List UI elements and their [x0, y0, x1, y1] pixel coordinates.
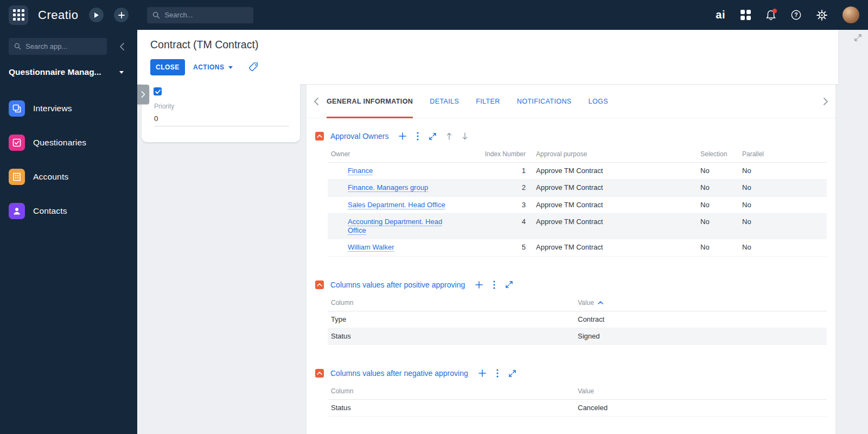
copilot-button[interactable]: ai — [716, 9, 725, 21]
chevron-down-icon — [228, 66, 233, 69]
chevron-right-icon — [141, 91, 145, 98]
column-header-parallel[interactable]: Parallel — [742, 150, 827, 158]
table-row[interactable]: Accounting Department. Head Office 4 App… — [328, 214, 827, 240]
owner-link[interactable]: Sales Department. Head Office — [348, 201, 445, 209]
workspace-selector[interactable]: Questionnaire Manag... — [9, 67, 124, 77]
section-approval-owners: Approval Owners Owner — [315, 129, 835, 257]
section-menu-button[interactable] — [496, 369, 499, 378]
column-header-owner[interactable]: Owner — [328, 150, 483, 158]
cell-parallel: No — [742, 183, 827, 192]
tab-notifications[interactable]: NOTIFICATIONS — [517, 85, 572, 118]
notifications-button[interactable] — [766, 10, 776, 21]
pane-expand-handle[interactable] — [137, 85, 149, 104]
sidebar-item-label: Accounts — [33, 172, 68, 182]
plus-icon — [475, 281, 483, 289]
move-up-button[interactable] — [446, 132, 452, 140]
tab-details[interactable]: DETAILS — [430, 85, 459, 118]
expand-section-button[interactable] — [429, 133, 436, 140]
cell-selection: No — [700, 218, 742, 226]
column-header-value[interactable]: Value — [578, 387, 827, 395]
collapse-section-icon[interactable] — [315, 369, 324, 378]
cell-parallel: No — [742, 218, 827, 226]
app-search[interactable] — [9, 38, 107, 55]
expand-page-icon[interactable] — [854, 34, 861, 43]
tags-button[interactable] — [248, 62, 259, 72]
add-row-button[interactable] — [399, 132, 406, 140]
add-row-button[interactable] — [475, 281, 483, 289]
table-row[interactable]: Finance. Managers group 2 Approve TM Con… — [328, 180, 827, 196]
owner-link[interactable]: Accounting Department. Head Office — [348, 218, 442, 234]
run-process-button[interactable] — [89, 8, 104, 22]
quick-add-button[interactable] — [114, 8, 129, 22]
priority-field-value[interactable]: 0 — [154, 114, 289, 126]
table-row[interactable]: Status Canceled — [328, 400, 827, 417]
expand-icon — [429, 133, 436, 140]
workplaces-grid-icon[interactable] — [741, 10, 751, 20]
actions-button[interactable]: ACTIONS — [193, 59, 233, 75]
column-header-index-number[interactable]: Index Number — [483, 150, 526, 158]
global-search-input[interactable] — [164, 11, 240, 19]
tab-strip: GENERAL INFORMATION DETAILS FILTER NOTIF… — [307, 85, 835, 118]
contacts-icon — [9, 203, 25, 219]
collapse-section-icon[interactable] — [315, 132, 324, 141]
help-button[interactable]: ? — [791, 10, 801, 20]
top-bar: Creatio ai ? — [0, 0, 868, 30]
table-row[interactable]: Sales Department. Head Office 3 Approve … — [328, 197, 827, 214]
expand-section-button[interactable] — [506, 281, 513, 288]
app-launcher-icon[interactable] — [9, 5, 28, 25]
chevron-up-icon — [317, 135, 322, 138]
column-header-column[interactable]: Column — [328, 387, 578, 395]
column-header-approval-purpose[interactable]: Approval purpose — [526, 150, 700, 158]
svg-text:?: ? — [794, 12, 797, 18]
sidebar-item-label: Interviews — [33, 104, 72, 113]
user-avatar[interactable] — [843, 7, 859, 23]
sidebar-item-contacts[interactable]: Contacts — [0, 194, 137, 228]
section-title: Columns values after negative approving — [330, 369, 468, 378]
owner-link[interactable]: Finance. Managers group — [348, 183, 428, 192]
collapse-section-icon[interactable] — [315, 280, 324, 289]
table-row[interactable]: Finance 1 Approve TM Contract No No — [328, 163, 827, 180]
expand-section-button[interactable] — [509, 370, 516, 377]
sidebar-item-questionaries[interactable]: Questionaries — [0, 125, 137, 159]
record-checkbox[interactable] — [154, 87, 162, 95]
column-header-value[interactable]: Value — [578, 299, 827, 307]
plus-icon — [478, 369, 486, 377]
owner-link[interactable]: Finance — [348, 167, 373, 175]
sidebar-item-interviews[interactable]: Interviews — [0, 91, 137, 125]
settings-button[interactable] — [816, 10, 827, 21]
column-header-selection[interactable]: Selection — [700, 150, 742, 158]
workspace-name: Questionnaire Manag... — [9, 67, 101, 77]
cell-parallel: No — [742, 201, 827, 209]
tabs-scroll-right[interactable] — [824, 98, 828, 105]
section-menu-button[interactable] — [493, 280, 495, 289]
kebab-icon — [417, 132, 419, 141]
column-header-column[interactable]: Column — [328, 299, 578, 307]
table-row[interactable]: Status Signed — [328, 328, 827, 345]
cell-index: 3 — [483, 201, 526, 209]
tab-filter[interactable]: FILTER — [476, 85, 500, 118]
section-negative-approving: Columns values after negative approving … — [315, 366, 835, 417]
close-button[interactable]: CLOSE — [150, 59, 185, 75]
sidebar-item-accounts[interactable]: Accounts — [0, 159, 137, 194]
table-row[interactable]: William Walker 5 Approve TM Contract No … — [328, 239, 827, 256]
section-menu-button[interactable] — [417, 132, 419, 141]
tab-logs[interactable]: LOGS — [589, 85, 608, 118]
app-search-input[interactable] — [25, 42, 101, 50]
table-row[interactable]: Type Contract — [328, 311, 827, 328]
move-down-button[interactable] — [462, 132, 468, 140]
positive-approving-table: Column Value Type Contract Status Signed — [328, 299, 827, 346]
actions-label: ACTIONS — [193, 63, 225, 71]
global-search[interactable] — [147, 7, 253, 23]
creatio-logo: Creatio — [38, 8, 78, 22]
accounts-icon — [9, 169, 25, 185]
table-header: Column Value — [328, 387, 827, 400]
page-title: Contract (TM Contract) — [150, 39, 258, 51]
owner-link[interactable]: William Walker — [348, 243, 394, 251]
sidebar-collapse-button[interactable] — [120, 43, 124, 53]
tabs-scroll-left[interactable] — [314, 98, 318, 105]
cell-parallel: No — [742, 243, 827, 252]
tab-general-information[interactable]: GENERAL INFORMATION — [327, 85, 413, 118]
search-icon — [14, 43, 21, 50]
table-header: Owner Index Number Approval purpose Sele… — [328, 150, 827, 163]
add-row-button[interactable] — [478, 369, 486, 377]
